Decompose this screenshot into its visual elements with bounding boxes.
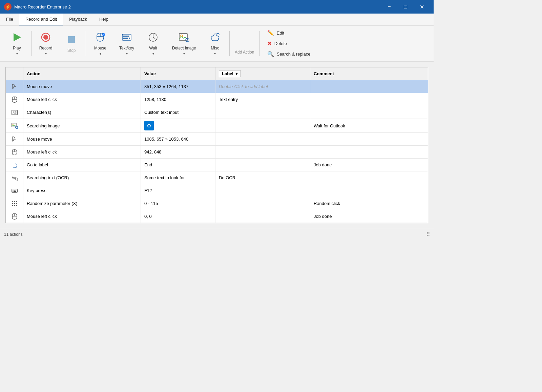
search-replace-button[interactable]: 🔍 Search & replace	[265, 49, 313, 59]
menu-help[interactable]: Help	[93, 14, 114, 25]
table-row[interactable]: ABI Character(s) Custom text input	[6, 106, 428, 119]
row-label[interactable]	[215, 210, 310, 223]
row-comment	[310, 93, 428, 106]
play-button[interactable]: Play ▾	[7, 30, 27, 58]
row-icon	[6, 210, 23, 223]
row-value: 1258, 1130	[141, 93, 215, 106]
row-action: Mouse left click	[23, 210, 141, 223]
row-label[interactable]	[215, 184, 310, 197]
row-icon	[6, 159, 23, 171]
table-row[interactable]: Mouse move 1085, 657 » 1053, 640	[6, 133, 428, 146]
app-title: Macro Recorder Enterprise 2	[14, 4, 379, 9]
stop-button[interactable]: Stop	[61, 32, 82, 55]
mouse-button[interactable]: Mouse ▾	[90, 30, 110, 58]
delete-button[interactable]: ✖ Delete	[265, 39, 313, 48]
wait-button[interactable]: Wait ▾	[143, 30, 163, 58]
detect-image-label: Detect image	[172, 46, 196, 50]
outlook-thumbnail: O	[144, 121, 154, 130]
row-label[interactable]: Text entry	[215, 93, 310, 106]
row-label[interactable]	[215, 159, 310, 171]
sep3	[229, 31, 230, 56]
table-row[interactable]: Mouse left click 1258, 1130 Text entry	[6, 93, 428, 106]
svg-rect-27	[12, 123, 16, 127]
row-value: Custom text input	[141, 106, 215, 119]
detect-image-icon	[179, 32, 189, 44]
table-row[interactable]: Mouse left click 942, 848	[6, 146, 428, 159]
play-icon	[12, 32, 22, 44]
toolbar-group-record: Record ▾	[33, 28, 59, 59]
svg-rect-36	[12, 189, 17, 192]
delete-label: Delete	[274, 41, 287, 46]
svg-line-30	[17, 128, 18, 129]
row-icon	[6, 80, 23, 93]
svg-point-50	[16, 205, 17, 206]
menu-record-edit[interactable]: Record and Edit	[19, 14, 63, 25]
table-row[interactable]: Go to label End Job done	[6, 159, 428, 171]
menu-playback[interactable]: Playback	[63, 14, 93, 25]
row-label[interactable]	[215, 133, 310, 145]
textkey-label: Text/key	[119, 46, 134, 50]
row-label[interactable]	[215, 119, 310, 132]
record-label: Record	[39, 46, 53, 50]
window-controls: − □ ✕	[381, 0, 430, 14]
row-label[interactable]: Double-Click to add label	[215, 80, 310, 93]
toolbar-group-stop: Stop	[59, 28, 84, 59]
menu-file[interactable]: File	[0, 14, 19, 25]
menu-bar: File Record and Edit Playback Help	[0, 14, 434, 26]
toolbar-group-mouse: Mouse ▾	[87, 28, 113, 59]
wait-icon	[148, 32, 159, 44]
detect-image-button[interactable]: Detect image ▾	[169, 30, 200, 58]
actions-count: 11 actions	[4, 232, 23, 237]
sep4	[259, 31, 260, 56]
row-comment: Job done	[310, 159, 428, 171]
svg-rect-41	[14, 191, 16, 191]
edit-button[interactable]: ✏️ Edit	[265, 28, 313, 38]
close-button[interactable]: ✕	[414, 0, 430, 14]
maximize-button[interactable]: □	[398, 0, 413, 14]
row-label[interactable]	[215, 146, 310, 158]
row-action: Mouse move	[23, 80, 141, 93]
edit-label: Edit	[277, 30, 284, 36]
row-action: Go to label	[23, 159, 141, 171]
table-row[interactable]: Mouse move 851, 353 » 1264, 1137 Double-…	[6, 80, 428, 93]
status-bar: 11 actions ⠿	[0, 229, 434, 240]
table-body: Mouse move 851, 353 » 1264, 1137 Double-…	[6, 80, 428, 223]
svg-rect-11	[123, 38, 125, 39]
actions-table: Action Value Label ▾ Comment Mouse move …	[5, 67, 428, 223]
table-row[interactable]: Randomize parameter (X) 0 - 115 Random c…	[6, 197, 428, 210]
add-action-area: Add Action	[231, 28, 258, 59]
record-button[interactable]: Record ▾	[36, 30, 56, 58]
stop-label: Stop	[67, 48, 76, 53]
minimize-button[interactable]: −	[381, 0, 397, 14]
svg-rect-10	[127, 36, 129, 37]
row-icon	[6, 146, 23, 158]
svg-line-16	[153, 37, 155, 39]
edit-icon: ✏️	[267, 30, 274, 36]
col-comment: Comment	[310, 67, 428, 80]
svg-point-29	[15, 126, 18, 129]
record-icon	[40, 32, 51, 44]
misc-button[interactable]: Misc ▾	[205, 30, 225, 58]
table-row[interactable]: Mouse left click 0, 0 Job done	[6, 210, 428, 223]
row-icon: Aą	[6, 171, 23, 184]
row-label[interactable]	[215, 106, 310, 119]
row-comment: Wait for Outlook	[310, 119, 428, 132]
textkey-button[interactable]: Text/key ▾	[116, 30, 138, 58]
table-row[interactable]: Key press F12	[6, 184, 428, 197]
wait-label: Wait	[149, 46, 157, 50]
svg-point-42	[12, 201, 13, 202]
play-label: Play	[13, 46, 21, 50]
row-value: 0 - 115	[141, 197, 215, 210]
row-action: Searching image	[23, 119, 141, 132]
svg-line-20	[189, 41, 190, 42]
table-row[interactable]: Searching image O Wait for Outlook	[6, 119, 428, 133]
row-label[interactable]: Do OCR	[215, 171, 310, 184]
row-action: Mouse left click	[23, 146, 141, 158]
label-dropdown[interactable]: Label ▾	[219, 70, 241, 77]
row-label[interactable]	[215, 197, 310, 210]
table-row[interactable]: Aą Searching text (OCR) Some text to loo…	[6, 171, 428, 184]
svg-rect-13	[129, 38, 130, 39]
table-header: Action Value Label ▾ Comment	[6, 67, 428, 80]
resize-grip: ⠿	[426, 231, 430, 238]
row-comment	[310, 146, 428, 158]
